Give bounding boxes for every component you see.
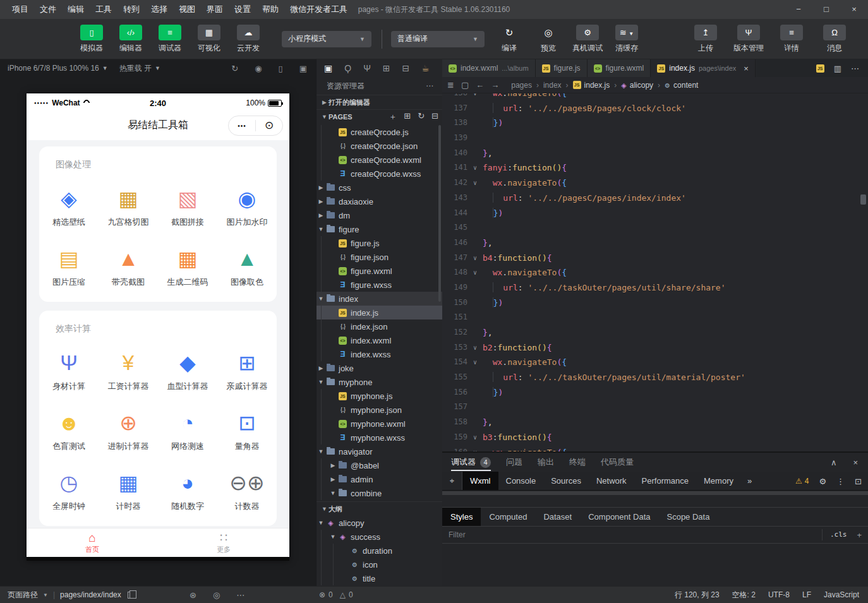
devtools-tab-Console[interactable]: Console [498,472,544,490]
pages-action-icon[interactable]: ↻ [418,111,425,122]
tree-item-@babel[interactable]: ▶ @babel [316,458,442,472]
tool-item[interactable]: ◉ 图片加水印 [217,184,277,228]
tree-item-figure.wxss[interactable]: Ǝ figure.wxss [316,278,442,292]
tree-item-index[interactable]: ▼ index [316,292,442,306]
toolbar-button-mid-3[interactable]: ≋ ▼ 清缓存 [610,25,644,54]
simulator-control-icon[interactable]: ▯ [279,64,283,73]
tree-item-createQrcode.js[interactable]: JS createQrcode.js [316,125,442,139]
forward-icon[interactable]: → [491,80,499,90]
tool-item[interactable]: ▲ 带壳截图 [99,244,158,288]
tree-item-icon[interactable]: ⚙ icon [316,558,442,571]
tool-item[interactable]: Ψ 身材计算 [39,349,99,392]
more-dots-icon[interactable]: ⋯ [236,590,244,600]
back-icon[interactable]: ← [476,80,484,90]
menu-item[interactable]: 帮助 [256,0,284,19]
tool-item[interactable]: ▤ 图片压缩 [39,244,99,288]
breadcrumb-pages[interactable]: pages [511,81,532,90]
phone-tab-更多[interactable]: ∷更多 [158,528,289,557]
menu-item[interactable]: 设置 [229,0,256,19]
tree-item-dm[interactable]: ▶ dm [316,208,442,222]
tool-item[interactable]: ◷ 全屏时钟 [39,469,99,512]
outline-section[interactable]: ▼ 大纲 [316,501,442,516]
statusbar-item[interactable]: LF [802,590,811,599]
fold-icon[interactable]: ∨ [467,340,483,355]
menu-item[interactable]: 转到 [118,0,145,19]
warning-counter[interactable]: ⚠4 [795,477,809,486]
files-icon[interactable]: ▣ [324,63,332,73]
breadcrumb-alicopy[interactable]: ◈alicopy [621,81,653,90]
toolbar-button-2[interactable]: ≡ 调试器 [153,25,187,54]
split-editor-icon[interactable]: ▥ [834,64,841,73]
open-editors-section[interactable]: ▶ 打开的编辑器 [316,95,442,109]
explorer-scrollbar[interactable] [438,125,441,302]
tree-item-createQrcode.wxss[interactable]: Ǝ createQrcode.wxss [316,167,442,181]
tool-item[interactable]: ▲ 图像取色 [217,244,277,288]
toolbar-button-3[interactable]: ▦ 可视化 [192,25,226,54]
menu-item[interactable]: 文件 [34,0,62,19]
statusbar-item[interactable]: UTF-8 [768,590,790,599]
tree-item-admin[interactable]: ▶ admin [316,472,442,486]
debugger-tab-调试器[interactable]: 调试器4 [451,453,491,472]
tree-item-daxiaoxie[interactable]: ▶ daxiaoxie [316,194,442,208]
preview-eye-icon[interactable]: ◎ [213,590,220,600]
editor-tab-figure.wxml[interactable]: <> figure.wxml [588,59,651,77]
devtools-tab-Wxml[interactable]: Wxml [462,472,498,490]
compile-mode-dropdown[interactable]: 普通编译▼ [391,31,485,47]
fold-icon[interactable]: ∨ [467,430,483,445]
toolbar-button-mid-0[interactable]: ↻ 编译 [492,25,526,54]
code-area[interactable]: 136 ∨ wx.navigateTo({ 137 url: '../../pa… [442,93,868,451]
bookmark-icon[interactable]: ▢ [461,80,469,90]
outline-icon[interactable]: ≣ [447,80,454,90]
menu-item[interactable]: 界面 [201,0,229,19]
gear-icon[interactable]: ⚙ [819,477,826,486]
kebab-menu-icon[interactable]: ⋮ [836,477,845,486]
breadcrumb-index[interactable]: index [543,81,562,90]
tool-item[interactable]: ¥ 工资计算器 [99,349,158,392]
tree-item-css[interactable]: ▶ css [316,181,442,194]
statusbar-item[interactable]: 行 120, 列 23 [675,590,720,600]
filter-input[interactable]: Filter [449,530,822,539]
tool-item[interactable]: ▦ 九宫格切图 [99,184,158,228]
toolbar-button-right-2[interactable]: ≡ 详情 [775,25,809,54]
devtools-tab-Performance[interactable]: Performance [634,472,696,490]
app-icon[interactable]: ⊟ [402,63,410,73]
tree-item-figure[interactable]: ▼ figure [316,222,442,236]
toolbar-button-mid-1[interactable]: ◎ 预览 [531,25,565,54]
tool-item[interactable]: ⊡ 量角器 [217,409,277,452]
maximize-button[interactable]: □ [812,0,840,19]
minimize-button[interactable]: − [785,0,812,19]
tool-item[interactable]: ◕ 随机数字 [158,469,217,512]
simulator-control-icon[interactable]: ◉ [255,64,262,73]
tree-item-figure.json[interactable]: {..} figure.json [316,250,442,264]
tree-item-myphone[interactable]: ▼ myphone [316,375,442,389]
tree-item-createQrcode.json[interactable]: {..} createQrcode.json [316,139,442,153]
tool-item[interactable]: ⊕ 进制计算器 [99,409,158,452]
debugger-tab-代码质量[interactable]: 代码质量 [601,453,634,472]
tool-item[interactable]: ▦ 生成二维码 [158,244,217,288]
pages-action-icon[interactable]: ⊞ [404,111,411,122]
copy-path-icon[interactable] [128,592,133,599]
breadcrumb-content[interactable]: ⚙content [665,81,698,90]
tool-item[interactable]: ◆ 血型计算器 [158,349,217,392]
styles-tab-Styles[interactable]: Styles [442,508,481,526]
tea-icon[interactable]: ☕ [421,63,430,73]
tool-item[interactable]: ▧ 截图拼接 [158,184,217,228]
inspect-element-icon[interactable]: ⌖ [442,472,462,490]
tree-item-figure.wxml[interactable]: <> figure.wxml [316,264,442,278]
horizontal-scrollbar[interactable] [442,491,868,495]
tool-item[interactable]: ▦ 计时器 [99,469,158,512]
extensions-icon[interactable]: ⊞ [383,63,390,73]
toolbar-button-right-1[interactable]: Ψ 版本管理 [732,25,766,54]
toolbar-button-4[interactable]: ☁ 云开发 [231,25,265,54]
styles-tab-Scope Data[interactable]: Scope Data [658,508,718,526]
tabs-overflow-icon[interactable]: » [741,472,758,490]
pages-action-icon[interactable]: ⊟ [431,111,438,122]
collapse-panel-icon[interactable]: ∧ [831,458,837,467]
pages-action-icon[interactable]: ＋ [389,111,397,122]
tool-item[interactable]: ☻ 色盲测试 [39,409,99,452]
tree-item-createQrcode.wxml[interactable]: <> createQrcode.wxml [316,153,442,167]
tree-item-myphone.wxml[interactable]: <> myphone.wxml [316,417,442,431]
breadcrumb-index.js[interactable]: JSindex.js [573,81,610,90]
phone-tab-首页[interactable]: ⌂首页 [27,528,158,557]
new-style-rule-button[interactable]: + [854,530,862,540]
